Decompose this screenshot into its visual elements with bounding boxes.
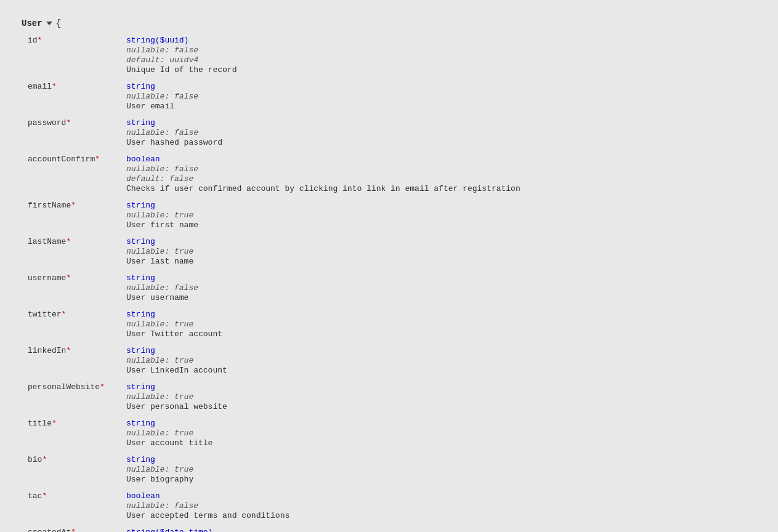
field-nullable: nullable: true	[126, 211, 756, 220]
field-nullable: nullable: false	[126, 501, 756, 510]
field-nullable: nullable: true	[126, 392, 756, 401]
field-details: stringnullable: trueUser account title	[126, 419, 756, 448]
field-details: stringnullable: falseUser username	[126, 273, 756, 302]
field-nullable: nullable: true	[126, 465, 756, 474]
required-star: *	[71, 201, 76, 210]
field-name: lastName*	[28, 237, 126, 246]
field-name: accountConfirm*	[28, 155, 126, 164]
field-description: User username	[126, 293, 756, 302]
field-description: User Twitter account	[126, 329, 756, 339]
field-type: string	[126, 419, 756, 428]
field-name: linkedIn*	[28, 346, 126, 355]
field-type: string	[126, 310, 756, 319]
field-description: User last name	[126, 257, 756, 266]
field-details: string($date-time)nullable: falseRecord …	[126, 528, 756, 532]
field-nullable: nullable: true	[126, 356, 756, 365]
field-details: stringnullable: trueUser Twitter account	[126, 310, 756, 339]
schema-fields: id*string($uuid)nullable: falsedefault: …	[22, 36, 756, 532]
field-row: personalWebsite*stringnullable: trueUser…	[28, 382, 756, 411]
open-brace: {	[56, 18, 61, 28]
chevron-down-icon[interactable]	[46, 22, 52, 25]
field-details: stringnullable: trueUser first name	[126, 201, 756, 230]
field-description: Checks if user confirmed account by clic…	[126, 184, 756, 193]
field-nullable: nullable: false	[126, 164, 756, 174]
field-type: string	[126, 237, 756, 246]
field-nullable: nullable: true	[126, 429, 756, 438]
field-description: Unique Id of the record	[126, 65, 756, 75]
field-type: string	[126, 455, 756, 464]
required-star: *	[100, 382, 105, 392]
required-star: *	[38, 36, 43, 45]
field-nullable: nullable: true	[126, 247, 756, 256]
required-star: *	[66, 273, 71, 283]
field-row: linkedIn*stringnullable: trueUser Linked…	[28, 346, 756, 375]
schema-container: User { id*string($uuid)nullable: falsede…	[12, 12, 766, 532]
required-star: *	[42, 491, 47, 501]
field-description: User accepted terms and conditions	[126, 511, 756, 520]
required-star: *	[66, 346, 71, 355]
field-row: createdAt*string($date-time)nullable: fa…	[28, 528, 756, 532]
field-row: tac*booleannullable: falseUser accepted …	[28, 491, 756, 520]
field-type: string($uuid)	[126, 36, 756, 45]
required-star: *	[71, 528, 76, 532]
field-type: string	[126, 201, 756, 210]
schema-header: User {	[22, 18, 756, 28]
field-type: boolean	[126, 155, 756, 164]
field-type: string	[126, 346, 756, 355]
field-row: title*stringnullable: trueUser account t…	[28, 419, 756, 448]
field-description: User personal website	[126, 402, 756, 411]
field-details: stringnullable: trueUser biography	[126, 455, 756, 484]
field-name: personalWebsite*	[28, 382, 126, 392]
field-nullable: nullable: false	[126, 92, 756, 101]
field-name: id*	[28, 36, 126, 45]
field-details: stringnullable: trueUser last name	[126, 237, 756, 266]
field-row: accountConfirm*booleannullable: falsedef…	[28, 155, 756, 193]
required-star: *	[66, 118, 71, 127]
field-description: User first name	[126, 220, 756, 230]
field-type: string	[126, 382, 756, 392]
field-name: title*	[28, 419, 126, 428]
field-nullable: nullable: false	[126, 283, 756, 292]
field-details: booleannullable: falsedefault: falseChec…	[126, 155, 756, 193]
field-row: id*string($uuid)nullable: falsedefault: …	[28, 36, 756, 75]
field-description: User hashed password	[126, 138, 756, 147]
field-details: booleannullable: falseUser accepted term…	[126, 491, 756, 520]
field-nullable: nullable: false	[126, 46, 756, 55]
field-name: email*	[28, 82, 126, 91]
field-details: stringnullable: falseUser email	[126, 82, 756, 111]
field-details: string($uuid)nullable: falsedefault: uui…	[126, 36, 756, 75]
field-type: string($date-time)	[126, 528, 756, 532]
required-star: *	[66, 237, 71, 246]
field-type: string	[126, 118, 756, 127]
field-description: User account title	[126, 438, 756, 448]
field-name: twitter*	[28, 310, 126, 319]
required-star: *	[62, 310, 67, 319]
field-description: User biography	[126, 475, 756, 484]
field-row: email*stringnullable: falseUser email	[28, 82, 756, 111]
field-description: User LinkedIn account	[126, 366, 756, 375]
field-name: tac*	[28, 491, 126, 501]
field-name: createdAt*	[28, 528, 126, 532]
field-type: string	[126, 82, 756, 91]
field-row: password*stringnullable: falseUser hashe…	[28, 118, 756, 147]
field-description: User email	[126, 102, 756, 111]
field-nullable: nullable: false	[126, 128, 756, 137]
field-row: twitter*stringnullable: trueUser Twitter…	[28, 310, 756, 339]
field-row: firstName*stringnullable: trueUser first…	[28, 201, 756, 230]
required-star: *	[52, 82, 57, 91]
field-type: boolean	[126, 491, 756, 501]
field-name: firstName*	[28, 201, 126, 210]
required-star: *	[42, 455, 47, 464]
field-row: bio*stringnullable: trueUser biography	[28, 455, 756, 484]
field-row: lastName*stringnullable: trueUser last n…	[28, 237, 756, 266]
field-details: stringnullable: falseUser hashed passwor…	[126, 118, 756, 147]
field-default: default: uuidv4	[126, 55, 756, 65]
field-details: stringnullable: trueUser personal websit…	[126, 382, 756, 411]
field-name: bio*	[28, 455, 126, 464]
schema-title: User	[22, 18, 43, 28]
field-name: username*	[28, 273, 126, 283]
required-star: *	[52, 419, 57, 428]
field-default: default: false	[126, 174, 756, 183]
field-details: stringnullable: trueUser LinkedIn accoun…	[126, 346, 756, 375]
field-name: password*	[28, 118, 126, 127]
